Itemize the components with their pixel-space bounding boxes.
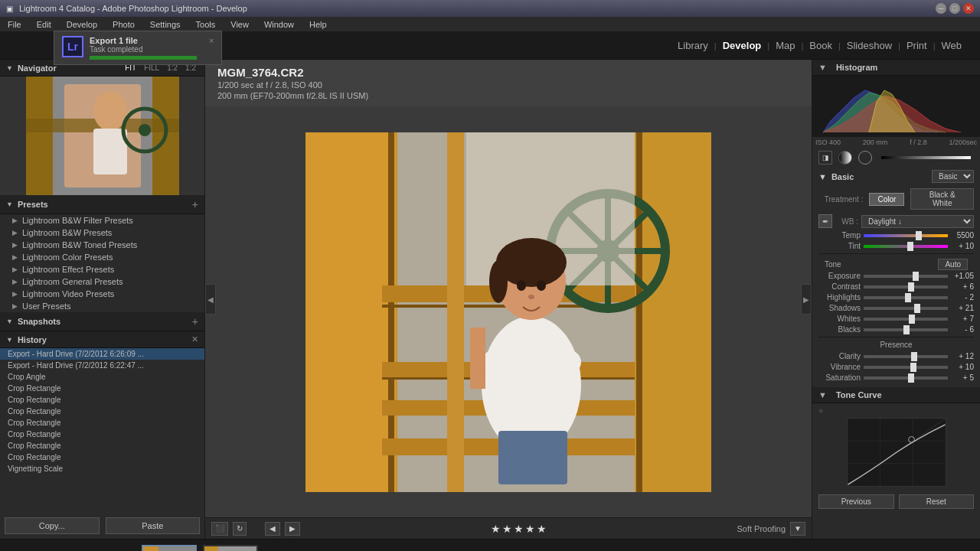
history-item-3[interactable]: Crop Rectangle xyxy=(0,383,204,394)
shadows-label: Shadows xyxy=(818,304,861,312)
star-5[interactable]: ★ xyxy=(537,523,547,535)
filmstrip-thumb-1[interactable] xyxy=(142,545,197,552)
preset-item-3[interactable]: ▶Lightroom Color Presets xyxy=(0,251,204,263)
prev-flag-button[interactable]: ◀ xyxy=(265,522,280,536)
menu-window[interactable]: Window xyxy=(261,20,297,29)
menu-view[interactable]: View xyxy=(227,20,252,29)
histogram-header[interactable]: ▼ Histogram xyxy=(812,60,980,76)
history-item-5[interactable]: Crop Rectangle xyxy=(0,406,204,417)
history-item-4[interactable]: Crop Rectangle xyxy=(0,394,204,406)
color-treatment-button[interactable]: Color xyxy=(869,193,904,206)
menu-file[interactable]: File xyxy=(5,20,24,29)
whites-slider[interactable] xyxy=(864,318,948,321)
nav-book[interactable]: Book xyxy=(803,40,838,51)
menu-settings[interactable]: Settings xyxy=(147,20,184,29)
presets-add-button[interactable]: + xyxy=(192,198,198,210)
highlights-slider[interactable] xyxy=(864,296,948,299)
exposure-slider[interactable] xyxy=(864,275,948,278)
clarity-slider[interactable] xyxy=(864,355,948,358)
bw-treatment-button[interactable]: Black & White xyxy=(910,188,974,210)
history-item-1[interactable]: Export - Hard Drive (7/2/2012 6:22:47 ..… xyxy=(0,360,204,371)
next-flag-button[interactable]: ▶ xyxy=(285,522,300,536)
vibrance-thumb[interactable] xyxy=(910,363,916,372)
preset-item-0[interactable]: ▶Lightroom B&W Filter Presets xyxy=(0,214,204,227)
minimize-button[interactable]: ─ xyxy=(936,3,946,14)
copy-button[interactable]: Copy... xyxy=(5,517,100,534)
star-4[interactable]: ★ xyxy=(525,523,535,535)
nav-library[interactable]: Library xyxy=(671,40,714,51)
snapshots-add-button[interactable]: + xyxy=(192,315,198,328)
nav-develop[interactable]: Develop xyxy=(717,40,768,51)
preset-item-1[interactable]: ▶Lightroom B&W Presets xyxy=(0,227,204,239)
clarity-thumb[interactable] xyxy=(911,352,917,361)
blacks-slider[interactable] xyxy=(864,328,948,331)
history-item-7[interactable]: Crop Rectangle xyxy=(0,429,204,440)
left-panel-collapse-tab[interactable]: ◀ xyxy=(205,284,216,315)
history-item-10[interactable]: Vignetting Scale xyxy=(0,463,204,474)
snapshots-header[interactable]: ▼ Snapshots + xyxy=(0,312,204,331)
tone-icon-3[interactable] xyxy=(858,151,872,165)
preset-item-4[interactable]: ▶Lightroom Effect Presets xyxy=(0,263,204,276)
vibrance-value: + 10 xyxy=(951,363,974,371)
preset-item-2[interactable]: ▶Lightroom B&W Toned Presets xyxy=(0,239,204,251)
maximize-button[interactable]: □ xyxy=(949,3,960,14)
nav-slideshow[interactable]: Slideshow xyxy=(841,40,898,51)
shadows-thumb[interactable] xyxy=(914,304,920,313)
temp-thumb[interactable] xyxy=(916,231,922,240)
contrast-slider[interactable] xyxy=(864,285,948,289)
tone-icon-2[interactable] xyxy=(838,151,852,165)
filmstrip-thumb-2[interactable] xyxy=(203,545,258,552)
preset-item-5[interactable]: ▶Lightroom General Presets xyxy=(0,276,204,288)
star-2[interactable]: ★ xyxy=(502,523,512,535)
exposure-thumb[interactable] xyxy=(913,272,919,281)
paste-button[interactable]: Paste xyxy=(106,517,201,534)
temp-slider[interactable] xyxy=(864,234,948,237)
preset-item-7[interactable]: ▶User Presets xyxy=(0,300,204,312)
saturation-thumb[interactable] xyxy=(908,373,914,383)
nav-web[interactable]: Web xyxy=(936,40,969,51)
basic-header[interactable]: ▼ Basic Basic xyxy=(812,168,980,185)
highlights-thumb[interactable] xyxy=(905,293,911,302)
menu-photo[interactable]: Photo xyxy=(109,20,138,29)
export-close-button[interactable]: × xyxy=(209,36,214,45)
nav-map[interactable]: Map xyxy=(769,40,801,51)
preset-item-6[interactable]: ▶Lightroom Video Presets xyxy=(0,288,204,300)
shadows-slider[interactable] xyxy=(864,307,948,310)
history-item-2[interactable]: Crop Angle xyxy=(0,371,204,383)
rotate-tool-button[interactable]: ↻ xyxy=(233,522,247,536)
close-button[interactable]: ✕ xyxy=(963,3,974,14)
basic-mode-select[interactable]: Basic xyxy=(932,170,974,183)
star-3[interactable]: ★ xyxy=(514,523,524,535)
history-item-0[interactable]: Export - Hard Drive (7/2/2012 6:26:09 ..… xyxy=(0,348,204,360)
presets-header[interactable]: ▼ Presets + xyxy=(0,195,204,214)
whites-thumb[interactable] xyxy=(909,315,915,324)
tone-curve-header[interactable]: ▼ Tone Curve xyxy=(812,387,980,403)
previous-button[interactable]: Previous xyxy=(818,494,894,509)
history-item-6[interactable]: Crop Rectangle xyxy=(0,417,204,429)
reset-button[interactable]: Reset xyxy=(899,494,975,509)
right-panel-collapse-tab[interactable]: ▶ xyxy=(801,284,812,315)
saturation-slider[interactable] xyxy=(864,377,948,380)
nav-print[interactable]: Print xyxy=(900,40,933,51)
vibrance-slider[interactable] xyxy=(864,366,948,369)
star-1[interactable]: ★ xyxy=(491,523,501,535)
history-item-9[interactable]: Crop Rectangle xyxy=(0,452,204,463)
blacks-thumb[interactable] xyxy=(903,325,910,334)
auto-button[interactable]: Auto xyxy=(938,259,968,270)
menu-edit[interactable]: Edit xyxy=(34,20,54,29)
contrast-thumb[interactable] xyxy=(908,282,914,292)
tint-slider[interactable] xyxy=(864,245,948,248)
wb-select[interactable]: Daylight ↓ Auto Cloudy Custom xyxy=(861,215,974,228)
menu-help[interactable]: Help xyxy=(306,20,330,29)
history-header[interactable]: ▼ History ✕ xyxy=(0,331,204,348)
menu-tools[interactable]: Tools xyxy=(193,20,219,29)
soft-proof-toggle[interactable]: ▼ xyxy=(790,522,805,536)
menu-develop[interactable]: Develop xyxy=(64,20,100,29)
tint-thumb[interactable] xyxy=(907,242,913,251)
wb-picker-button[interactable]: ✒ xyxy=(818,214,832,228)
tone-icon-1[interactable]: ◨ xyxy=(818,151,832,165)
history-clear-button[interactable]: ✕ xyxy=(191,334,198,344)
tone-curve-point-icon[interactable]: ○ xyxy=(818,406,823,415)
crop-tool-button[interactable]: ⬛ xyxy=(211,522,228,536)
history-item-8[interactable]: Crop Rectangle xyxy=(0,440,204,452)
